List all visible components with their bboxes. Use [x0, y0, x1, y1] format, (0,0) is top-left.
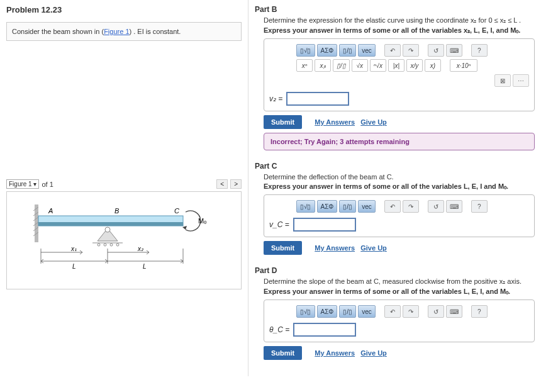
part-d-answer-box: ▯√▯ ΑΣΦ ▯/▯ vec ↶ ↷ ↺ ⌨ ? θ_C = — [264, 300, 535, 342]
part-c-giveup-link[interactable]: Give Up — [360, 244, 387, 252]
figure-prev-button[interactable]: < — [216, 179, 228, 189]
figure-count: of 1 — [42, 181, 53, 188]
undo-button[interactable]: ↶ — [384, 200, 401, 213]
problem-statement: Consider the beam shown in (Figure 1) . … — [6, 22, 242, 41]
redo-button[interactable]: ↷ — [403, 305, 419, 318]
help-button[interactable]: ? — [471, 44, 488, 57]
part-b-giveup-link[interactable]: Give Up — [360, 118, 387, 126]
sqrt-button[interactable]: √x — [352, 59, 368, 72]
part-d-instruct: Express your answer in terms of some or … — [264, 288, 535, 296]
svg-point-12 — [104, 244, 106, 246]
part-b-feedback: Incorrect; Try Again; 3 attempts remaini… — [264, 133, 535, 150]
svg-line-34 — [181, 259, 183, 261]
sci-button[interactable]: x·10ⁿ — [450, 59, 477, 72]
help-button[interactable]: ? — [471, 200, 488, 213]
xb-button[interactable]: xᵦ — [315, 59, 331, 72]
nroot-button[interactable]: ⁿ√x — [370, 59, 386, 72]
figure-selector[interactable]: Figure 1 ▾ — [6, 179, 39, 189]
greek-button[interactable]: ΑΣΦ — [317, 200, 338, 213]
vec-button[interactable]: vec — [358, 305, 376, 318]
part-c: Part C Determine the deflection of the b… — [255, 162, 535, 255]
figure-link[interactable]: Figure 1 — [104, 28, 129, 35]
svg-line-26 — [147, 250, 149, 252]
templates-button[interactable]: ▯√▯ — [296, 200, 315, 213]
part-b-input[interactable] — [286, 92, 349, 106]
keyboard-button[interactable]: ⌨ — [446, 44, 462, 57]
close-palette-button[interactable]: ⊠ — [494, 74, 511, 87]
more-palette-button[interactable]: ⋯ — [513, 74, 529, 87]
keyboard-button[interactable]: ⌨ — [446, 305, 462, 318]
svg-line-30 — [41, 261, 43, 263]
part-c-prompt: Determine the deflection of the beam at … — [264, 173, 535, 181]
part-d-myanswers-link[interactable]: My Answers — [315, 349, 355, 357]
part-b-submit-button[interactable]: Submit — [264, 115, 302, 129]
keyboard-button[interactable]: ⌨ — [446, 200, 462, 213]
part-d-var: θ_C = — [269, 325, 289, 334]
greek-button[interactable]: ΑΣΦ — [317, 305, 338, 318]
undo-button[interactable]: ↶ — [384, 44, 401, 57]
part-b-var: v₂ = — [269, 94, 282, 103]
part-c-submit-button[interactable]: Submit — [264, 241, 302, 255]
xfrac-button[interactable]: x/y — [406, 59, 423, 72]
svg-text:x₁: x₁ — [70, 245, 77, 252]
xparen-button[interactable]: x) — [425, 59, 441, 72]
undo-button[interactable]: ↶ — [384, 305, 401, 318]
statement-post: ) . EI is constant. — [130, 28, 181, 35]
svg-text:B: B — [114, 207, 119, 215]
part-b: Part B Determine the expression for the … — [255, 5, 535, 150]
frac-button[interactable]: ▯/▯ — [339, 200, 356, 213]
part-b-title: Part B — [255, 5, 535, 14]
svg-line-27 — [147, 252, 149, 254]
svg-line-29 — [41, 259, 43, 261]
help-button[interactable]: ? — [471, 305, 488, 318]
frac-button[interactable]: ▯/▯ — [339, 305, 356, 318]
svg-line-24 — [80, 252, 82, 254]
part-b-myanswers-link[interactable]: My Answers — [315, 118, 355, 126]
frac2-button[interactable]: ▯/▯ — [333, 59, 350, 72]
figure-next-button[interactable]: > — [230, 179, 242, 189]
greek-button[interactable]: ΑΣΦ — [317, 44, 338, 57]
part-d-title: Part D — [255, 266, 535, 275]
part-c-title: Part C — [255, 162, 535, 171]
part-d-giveup-link[interactable]: Give Up — [360, 349, 387, 357]
svg-text:A: A — [48, 207, 53, 215]
problem-title: Problem 12.23 — [6, 5, 242, 14]
svg-text:M₀: M₀ — [198, 217, 207, 225]
part-b-prompt: Determine the expression for the elastic… — [264, 16, 535, 25]
templates-button[interactable]: ▯√▯ — [296, 305, 315, 318]
svg-text:L: L — [72, 263, 76, 270]
vec-button[interactable]: vec — [358, 44, 376, 57]
svg-line-35 — [181, 261, 183, 263]
reset-button[interactable]: ↺ — [428, 200, 444, 213]
part-d-prompt: Determine the slope of the beam at C, me… — [264, 277, 535, 286]
part-c-var: v_C = — [269, 220, 289, 229]
figure-panel: A B C M₀ x₁ — [6, 191, 242, 289]
statement-pre: Consider the beam shown in ( — [12, 28, 104, 35]
svg-text:x₂: x₂ — [137, 245, 144, 252]
abs-button[interactable]: |x| — [388, 59, 404, 72]
svg-line-32 — [105, 261, 108, 263]
redo-button[interactable]: ↷ — [403, 44, 419, 57]
xn-button[interactable]: xⁿ — [296, 59, 313, 72]
reset-button[interactable]: ↺ — [428, 305, 444, 318]
reset-button[interactable]: ↺ — [428, 44, 444, 57]
svg-rect-8 — [38, 222, 183, 226]
vec-button[interactable]: vec — [358, 200, 376, 213]
part-d: Part D Determine the slope of the beam a… — [255, 266, 535, 360]
svg-line-31 — [105, 259, 108, 261]
templates-button[interactable]: ▯√▯ — [296, 44, 315, 57]
redo-button[interactable]: ↷ — [403, 200, 419, 213]
svg-point-13 — [110, 244, 113, 246]
part-c-answer-box: ▯√▯ ΑΣΦ ▯/▯ vec ↶ ↷ ↺ ⌨ ? v_C = — [264, 194, 535, 237]
part-c-instruct: Express your answer in terms of some or … — [264, 182, 535, 191]
part-d-input[interactable] — [293, 323, 356, 337]
svg-line-23 — [80, 250, 82, 252]
frac-button[interactable]: ▯/▯ — [339, 44, 356, 57]
part-b-answer-box: ▯√▯ ΑΣΦ ▯/▯ vec ↶ ↷ ↺ ⌨ ? — [264, 38, 535, 111]
part-c-myanswers-link[interactable]: My Answers — [315, 244, 355, 252]
svg-text:C: C — [174, 207, 179, 215]
svg-point-11 — [98, 244, 100, 246]
svg-point-14 — [116, 244, 119, 246]
part-d-submit-button[interactable]: Submit — [264, 346, 302, 360]
part-c-input[interactable] — [293, 218, 356, 232]
